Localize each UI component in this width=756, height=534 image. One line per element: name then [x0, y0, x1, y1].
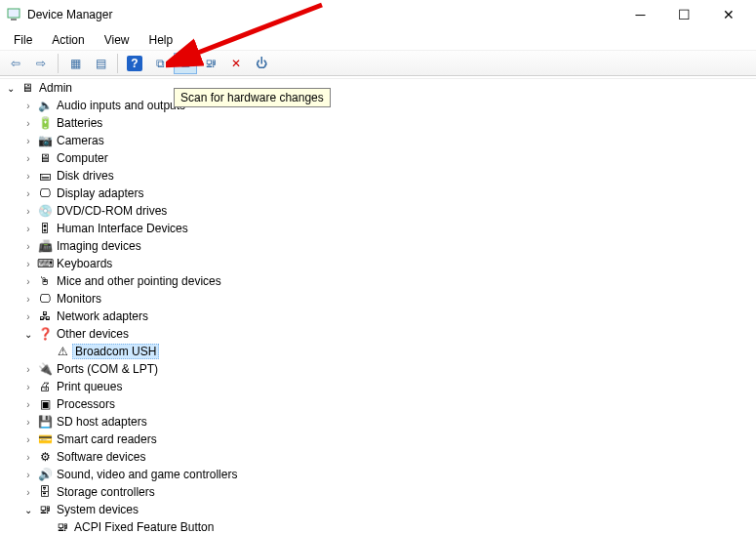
chevron-right-icon[interactable]: › [21, 380, 35, 393]
category-sound-video-and-game-controllers[interactable]: ›🔊Sound, video and game controllers [21, 466, 756, 483]
mouse-icon: 🖱 [37, 273, 53, 289]
disable-button[interactable]: ⏻ [250, 53, 273, 74]
keyboard-icon: ⌨ [37, 256, 53, 271]
category-keyboards[interactable]: ›⌨Keyboards [21, 255, 756, 272]
chevron-right-icon[interactable]: › [21, 134, 35, 147]
menu-help[interactable]: Help [139, 31, 183, 49]
device-label: Broadcom USH [72, 344, 159, 359]
category-disk-drives[interactable]: ›🖴Disk drives [21, 167, 756, 185]
chevron-right-icon[interactable]: › [21, 116, 35, 130]
chevron-down-icon[interactable]: ⌄ [4, 81, 18, 95]
category-sd-host-adapters[interactable]: ›💾SD host adapters [21, 413, 756, 431]
printer-icon: 🖨 [37, 379, 53, 394]
chevron-right-icon[interactable]: › [21, 204, 35, 218]
scan-hardware-button[interactable]: 🖵 [174, 53, 197, 74]
storage-icon: 🗄 [37, 484, 53, 500]
device-acpi-fixed-feature-button[interactable]: 🖳ACPI Fixed Feature Button [39, 518, 756, 534]
system-icon: 🖳 [37, 502, 53, 517]
close-button[interactable]: ✕ [706, 1, 750, 28]
system-device-icon: 🖳 [55, 519, 70, 534]
chevron-right-icon[interactable]: › [21, 151, 35, 165]
monitor-icon: 🖵 [37, 291, 53, 307]
update-driver-button[interactable]: ⧉ [148, 53, 172, 74]
tree-root[interactable]: ⌄🖥Admin [4, 79, 756, 97]
category-ports-com-lpt-[interactable]: ›🔌Ports (COM & LPT) [21, 360, 756, 378]
category-display-adapters[interactable]: ›🖵Display adapters [21, 185, 756, 202]
device-broadcom-ush[interactable]: ⚠Broadcom USH [39, 343, 756, 360]
chevron-right-icon[interactable]: › [21, 292, 35, 306]
chevron-right-icon[interactable]: › [21, 186, 35, 200]
category-label: System devices [55, 503, 140, 516]
category-audio-inputs-and-outputs[interactable]: ›🔈Audio inputs and outputs [21, 97, 756, 114]
update-driver-icon: ⧉ [156, 57, 165, 70]
tree-root-label: Admin [37, 81, 74, 95]
menu-action[interactable]: Action [42, 31, 94, 49]
show-hidden-button[interactable]: ▦ [63, 53, 87, 74]
category-label: Network adapters [55, 309, 150, 323]
chevron-right-icon[interactable]: › [21, 450, 35, 464]
maximize-button[interactable]: ☐ [662, 1, 706, 28]
toolbar: ⇦⇨▦▤?⧉🖵🖳✕⏻ [0, 51, 756, 76]
category-label: Human Interface Devices [55, 222, 190, 235]
add-legacy-button[interactable]: 🖳 [199, 53, 222, 74]
computer-icon: 🖥 [37, 150, 53, 166]
category-storage-controllers[interactable]: ›🗄Storage controllers [21, 483, 756, 501]
chevron-right-icon[interactable]: › [21, 362, 35, 376]
help-button[interactable]: ? [123, 53, 146, 74]
chevron-right-icon[interactable]: › [21, 309, 35, 323]
category-mice-and-other-pointing-devices[interactable]: ›🖱Mice and other pointing devices [21, 272, 756, 290]
chevron-right-icon[interactable]: › [21, 432, 35, 446]
properties-button[interactable]: ▤ [89, 53, 112, 74]
computer-root-icon: 🖥 [20, 80, 35, 96]
cpu-icon: ▣ [37, 396, 53, 412]
chevron-right-icon[interactable]: › [21, 485, 35, 499]
device-tree[interactable]: ⌄🖥Admin›🔈Audio inputs and outputs›🔋Batte… [0, 79, 756, 534]
category-imaging-devices[interactable]: ›📠Imaging devices [21, 237, 756, 255]
chevron-right-icon[interactable]: › [21, 257, 35, 270]
category-label: Disk drives [55, 169, 116, 183]
sound-icon: 🔊 [37, 467, 53, 482]
minimize-button[interactable]: ─ [618, 1, 662, 28]
software-icon: ⚙ [37, 449, 53, 465]
chevron-right-icon[interactable]: › [21, 468, 35, 481]
category-computer[interactable]: ›🖥Computer [21, 149, 756, 167]
chevron-right-icon[interactable]: › [21, 415, 35, 429]
chevron-right-icon[interactable]: › [21, 99, 35, 112]
smartcard-icon: 💳 [37, 431, 53, 447]
chevron-right-icon[interactable]: › [21, 274, 35, 288]
category-human-interface-devices[interactable]: ›🎛Human Interface Devices [21, 220, 756, 237]
uninstall-icon: ✕ [231, 57, 241, 70]
category-processors[interactable]: ›▣Processors [21, 395, 756, 413]
forward-button[interactable]: ⇨ [29, 53, 53, 74]
category-label: SD host adapters [55, 415, 149, 429]
category-monitors[interactable]: ›🖵Monitors [21, 290, 756, 308]
category-label: Smart card readers [55, 432, 159, 446]
category-batteries[interactable]: ›🔋Batteries [21, 114, 756, 132]
chevron-down-icon[interactable]: ⌄ [21, 327, 35, 341]
category-label: Ports (COM & LPT) [55, 362, 160, 376]
category-system-devices[interactable]: ⌄🖳System devices [21, 501, 756, 518]
category-cameras[interactable]: ›📷Cameras [21, 132, 756, 149]
disk-icon: 🖴 [37, 168, 53, 184]
chevron-down-icon[interactable]: ⌄ [21, 503, 35, 516]
chevron-right-icon[interactable]: › [21, 397, 35, 411]
menu-file[interactable]: File [4, 31, 42, 49]
device-tree-pane[interactable]: ⌄🖥Admin›🔈Audio inputs and outputs›🔋Batte… [0, 78, 756, 534]
category-software-devices[interactable]: ›⚙Software devices [21, 448, 756, 466]
category-label: Batteries [55, 116, 104, 130]
category-dvd-cd-rom-drives[interactable]: ›💿DVD/CD-ROM drives [21, 202, 756, 220]
chevron-right-icon[interactable]: › [21, 222, 35, 235]
back-button[interactable]: ⇦ [4, 53, 27, 74]
uninstall-button[interactable]: ✕ [224, 53, 248, 74]
category-print-queues[interactable]: ›🖨Print queues [21, 378, 756, 395]
category-other-devices[interactable]: ⌄❓Other devices [21, 325, 756, 343]
chevron-right-icon[interactable]: › [21, 239, 35, 253]
category-smart-card-readers[interactable]: ›💳Smart card readers [21, 431, 756, 448]
category-label: Audio inputs and outputs [55, 99, 187, 112]
category-network-adapters[interactable]: ›🖧Network adapters [21, 308, 756, 325]
no-expander [39, 520, 53, 534]
category-label: Keyboards [55, 257, 114, 270]
chevron-right-icon[interactable]: › [21, 169, 35, 183]
device-label: ACPI Fixed Feature Button [72, 520, 216, 534]
menu-view[interactable]: View [95, 31, 139, 49]
